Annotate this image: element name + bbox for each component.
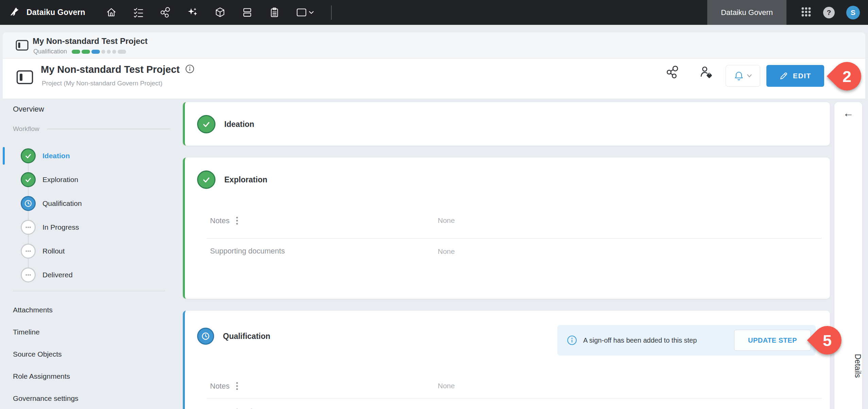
breadcrumb-bar: My Non-standard Test Project Qualificati…: [3, 32, 865, 59]
section-divider-line: [47, 129, 170, 129]
annotation-number: 5: [813, 326, 841, 355]
details-tab[interactable]: Details: [834, 354, 862, 378]
workflow-progress-bar: [72, 50, 126, 54]
field-supporting-documents-value: None: [438, 247, 455, 256]
sparkles-icon[interactable]: [187, 7, 198, 18]
audit-clipboard-icon[interactable]: [269, 7, 280, 18]
card-title: Qualification: [223, 332, 270, 341]
bell-icon: [734, 71, 744, 81]
step-pending-icon: [21, 267, 36, 282]
step-pending-icon: [21, 244, 36, 259]
breadcrumb-progress: Qualification: [33, 48, 126, 55]
user-avatar[interactable]: S: [846, 6, 860, 19]
cube-icon[interactable]: [214, 7, 226, 18]
card-title: Ideation: [224, 120, 254, 129]
sidebar-item-timeline[interactable]: Timeline: [13, 328, 40, 336]
user-tag-icon[interactable]: [699, 65, 713, 79]
expand-details-arrow-icon[interactable]: ←: [834, 107, 862, 119]
sidebar-section-workflow: Workflow: [13, 125, 170, 133]
blueprint-switcher-icon[interactable]: [296, 7, 315, 18]
sidebar-step-qualification[interactable]: Qualification: [21, 196, 82, 211]
annotation-badge-2: 2: [833, 62, 861, 91]
sidebar-step-ideation[interactable]: Ideation: [21, 148, 70, 163]
field-label-text: Supporting documents: [210, 407, 285, 409]
step-card-ideation: Ideation: [183, 102, 830, 146]
checklist-icon[interactable]: [133, 7, 144, 18]
workflow-section-label: Workflow: [13, 125, 39, 133]
step-done-icon: [21, 148, 36, 163]
sidebar-item-governance-settings[interactable]: Governance settings: [13, 394, 79, 403]
kebab-menu-icon[interactable]: [235, 381, 239, 391]
page-subtitle: Project (My Non-standard Govern Project): [42, 80, 162, 87]
home-icon[interactable]: [106, 7, 117, 18]
step-label: Qualification: [42, 199, 82, 208]
sidebar-item-attachments[interactable]: Attachments: [13, 306, 53, 314]
step-done-icon: [197, 115, 215, 133]
progress-segment-current: [91, 50, 100, 54]
share-flow-icon[interactable]: [666, 65, 680, 79]
step-current-clock-icon: [21, 196, 36, 211]
field-notes-value: None: [438, 382, 455, 390]
progress-segment-dot: [101, 50, 105, 54]
apps-stack-icon[interactable]: [242, 7, 253, 18]
step-done-icon: [197, 170, 215, 189]
project-icon-small: [16, 40, 29, 52]
navbar-divider: [331, 5, 332, 20]
waffle-grid-icon[interactable]: [801, 6, 812, 19]
kebab-menu-icon[interactable]: [235, 215, 239, 226]
progress-segment-done: [72, 50, 80, 54]
progress-segment-dot: [107, 50, 111, 54]
app-switcher-current[interactable]: Dataiku Govern: [707, 0, 786, 25]
page-header: My Non-standard Test Project Project (My…: [3, 59, 865, 99]
navbar-right: Dataiku Govern ? S: [707, 0, 868, 25]
update-step-button[interactable]: UPDATE STEP: [734, 330, 811, 351]
field-notes: Notes: [210, 215, 239, 226]
field-divider: [207, 398, 822, 398]
page-title: My Non-standard Test Project: [41, 64, 180, 75]
flow-nodes-icon[interactable]: [160, 7, 171, 18]
step-label: Ideation: [42, 152, 70, 160]
field-supporting-documents: Supporting documents: [210, 407, 285, 409]
progress-segment-dot: [112, 50, 116, 54]
info-icon: [567, 335, 577, 345]
signoff-info-banner: A sign-off has been added to this step U…: [557, 325, 816, 356]
field-label-text: Notes: [210, 382, 229, 391]
chevron-down-icon: [747, 74, 752, 78]
step-card-qualification: Qualification A sign-off has been added …: [183, 311, 830, 409]
step-done-icon: [21, 172, 36, 187]
navbar-icon-group: [106, 7, 315, 18]
sidebar-item-source-objects[interactable]: Source Objects: [13, 350, 62, 358]
details-panel-collapsed: ← Details: [834, 102, 862, 409]
progress-segment-pending: [118, 50, 126, 54]
step-card-exploration: Exploration Notes None Supporting docume…: [183, 158, 830, 299]
sidebar-divider: [13, 291, 165, 291]
sidebar-step-in-progress[interactable]: In Progress: [21, 220, 79, 235]
info-icon[interactable]: [185, 64, 194, 75]
step-current-clock-icon: [197, 328, 214, 345]
sidebar-item-overview[interactable]: Overview: [13, 105, 44, 114]
sidebar-item-role-assignments[interactable]: Role Assignments: [13, 372, 70, 380]
edit-button[interactable]: EDIT: [766, 65, 824, 87]
project-icon-large: [16, 70, 33, 86]
notifications-button[interactable]: [726, 65, 760, 87]
sidebar-step-delivered[interactable]: Delivered: [21, 267, 73, 282]
dataiku-bird-logo: [7, 6, 22, 19]
active-step-indicator: [3, 147, 5, 165]
annotation-badge-5: 5: [813, 326, 841, 355]
field-notes: Notes: [210, 381, 239, 391]
step-label: In Progress: [42, 223, 79, 231]
field-divider: [207, 238, 822, 239]
field-notes-value: None: [438, 216, 455, 225]
card-title: Exploration: [224, 175, 267, 184]
help-icon[interactable]: ?: [823, 7, 835, 18]
step-label: Rollout: [42, 247, 65, 255]
breadcrumb-title[interactable]: My Non-standard Test Project: [33, 36, 147, 46]
field-label-text: Notes: [210, 216, 229, 225]
step-label: Delivered: [42, 271, 73, 279]
sidebar-step-exploration[interactable]: Exploration: [21, 172, 78, 187]
brand[interactable]: Dataiku Govern: [7, 6, 85, 19]
edit-button-label: EDIT: [793, 72, 811, 80]
sidebar-step-rollout[interactable]: Rollout: [21, 244, 65, 259]
brand-text: Dataiku Govern: [27, 8, 85, 17]
progress-segment-done: [82, 50, 90, 54]
